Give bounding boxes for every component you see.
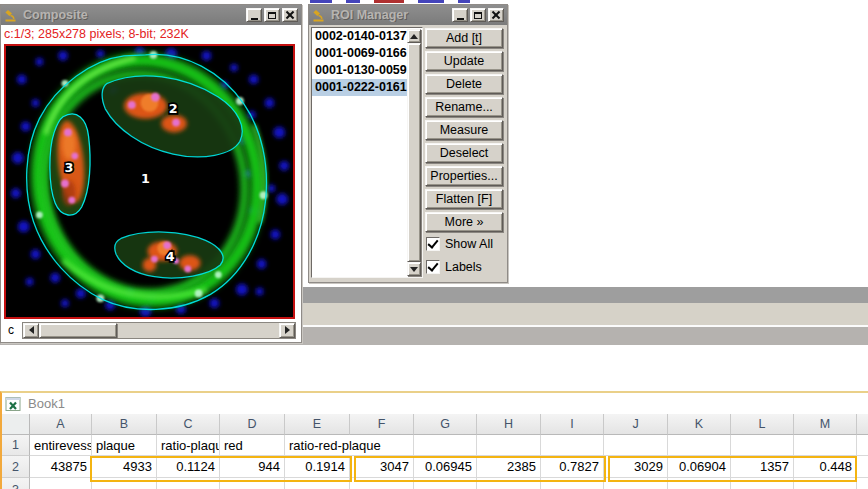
show-all-checkbox[interactable]: [426, 237, 440, 251]
more-button[interactable]: More »: [425, 212, 503, 232]
channel-label: c: [8, 323, 22, 337]
roi-list-scrollbar-thumb[interactable]: [407, 43, 421, 262]
add-button[interactable]: Add [t]: [425, 28, 503, 48]
update-button[interactable]: Update: [425, 51, 503, 71]
highlight-range-B2-E2: [90, 456, 352, 482]
delete-button[interactable]: Delete: [425, 74, 503, 94]
row-header[interactable]: 3: [2, 478, 30, 489]
cell-K1[interactable]: [668, 435, 731, 456]
cell-E1[interactable]: ratio-red-plaque: [285, 435, 350, 456]
flatten-button[interactable]: Flatten [F]: [425, 189, 503, 209]
column-header[interactable]: D: [220, 414, 285, 435]
background-band-dark: [302, 287, 868, 303]
column-header[interactable]: M: [794, 414, 857, 435]
roi-manager-titlebar[interactable]: ROI Manager: [309, 5, 507, 25]
close-button[interactable]: [282, 8, 298, 22]
cell-J1[interactable]: [604, 435, 668, 456]
minimize-button[interactable]: [246, 8, 262, 22]
column-header[interactable]: K: [668, 414, 731, 435]
column-header[interactable]: A: [30, 414, 92, 435]
clipped-window-text-fragment: [310, 0, 470, 3]
labels-label: Labels: [445, 260, 482, 274]
highlight-range-J2-M2: [608, 456, 857, 482]
row-header[interactable]: 1: [2, 435, 30, 456]
roi-list-item-selected[interactable]: 0001-0222-0161: [312, 79, 422, 96]
minimize-icon: [251, 18, 258, 20]
cell-partial: [857, 435, 868, 456]
cell-G1[interactable]: [414, 435, 477, 456]
scroll-right-button[interactable]: [279, 323, 295, 338]
maximize-button[interactable]: [264, 8, 280, 22]
column-header[interactable]: J: [604, 414, 668, 435]
arrow-right-icon: [285, 326, 290, 334]
column-header[interactable]: B: [92, 414, 157, 435]
cell-H1[interactable]: [477, 435, 541, 456]
fluorescence-image: 1 2 3 4: [6, 46, 293, 317]
cell-B1[interactable]: plaque: [92, 435, 157, 456]
excel-icon: [5, 396, 21, 412]
image-info-line: c:1/3; 285x278 pixels; 8-bit; 232K: [1, 25, 301, 44]
labels-checkbox-row[interactable]: Labels: [426, 260, 482, 274]
cell-I1[interactable]: [541, 435, 604, 456]
row-header[interactable]: 2: [2, 456, 30, 478]
roi-list: 0002-0140-0137 0001-0069-0166 0001-0130-…: [311, 27, 423, 278]
roi-label-4: 4: [166, 249, 175, 264]
deselect-button[interactable]: Deselect: [425, 143, 503, 163]
roi-label-1: 1: [141, 171, 150, 186]
arrow-up-icon: [410, 34, 418, 39]
arrow-down-icon: [410, 267, 418, 272]
spreadsheet-window: Book1 A B C D E F G H I J K L M 1 entire…: [0, 391, 868, 489]
column-header[interactable]: E: [285, 414, 350, 435]
column-header[interactable]: H: [477, 414, 541, 435]
cell-A3[interactable]: [30, 478, 92, 489]
show-all-label: Show All: [445, 237, 493, 251]
properties-button[interactable]: Properties...: [425, 166, 503, 186]
checkmark-icon: [427, 237, 438, 249]
microscope-icon: [4, 9, 17, 22]
scroll-down-button[interactable]: [407, 262, 421, 276]
scroll-left-button[interactable]: [23, 323, 39, 338]
arrow-left-icon: [29, 326, 34, 334]
cell-D1[interactable]: red: [220, 435, 285, 456]
roi-manager-window: ROI Manager 0002-0140-0137 0001-0069-016…: [308, 4, 508, 283]
roi-list-item[interactable]: 0001-0069-0166: [312, 45, 422, 62]
window-title: Composite: [23, 8, 246, 22]
window-title: ROI Manager: [331, 8, 452, 22]
cell-partial: [857, 478, 868, 489]
cell-A1[interactable]: entirevessel: [30, 435, 92, 456]
cell-L1[interactable]: [731, 435, 794, 456]
roi-list-scrollbar[interactable]: [407, 29, 421, 276]
maximize-button[interactable]: [470, 8, 486, 22]
roi-list-item[interactable]: 0001-0130-0059: [312, 62, 422, 79]
cell-C1[interactable]: ratio-plaque-vessel: [157, 435, 220, 456]
channel-scrollbar[interactable]: [22, 322, 296, 339]
column-header[interactable]: F: [350, 414, 414, 435]
roi-label-3: 3: [64, 160, 73, 175]
image-canvas[interactable]: 1 2 3 4: [4, 44, 295, 319]
channel-scrollbar-thumb[interactable]: [39, 323, 117, 338]
composite-titlebar[interactable]: Composite: [1, 5, 301, 25]
select-all-corner[interactable]: [2, 414, 30, 435]
scroll-up-button[interactable]: [407, 29, 421, 43]
composite-window: Composite c:1/3; 285x278 pixels; 8-bit; …: [0, 4, 302, 343]
labels-checkbox[interactable]: [426, 260, 440, 274]
maximize-icon: [474, 12, 482, 19]
close-icon: [285, 10, 295, 20]
minimize-button[interactable]: [452, 8, 468, 22]
maximize-icon: [268, 12, 276, 19]
rename-button[interactable]: Rename...: [425, 97, 503, 117]
cell-A2[interactable]: 43875: [30, 456, 92, 478]
close-button[interactable]: [488, 8, 504, 22]
column-header[interactable]: G: [414, 414, 477, 435]
column-header[interactable]: L: [731, 414, 794, 435]
roi-label-2: 2: [169, 101, 178, 116]
show-all-checkbox-row[interactable]: Show All: [426, 237, 493, 251]
roi-list-item[interactable]: 0002-0140-0137: [312, 28, 422, 45]
background-band-light: [302, 303, 868, 325]
measure-button[interactable]: Measure: [425, 120, 503, 140]
cell-M1[interactable]: [794, 435, 857, 456]
column-header[interactable]: I: [541, 414, 604, 435]
column-header[interactable]: C: [157, 414, 220, 435]
spreadsheet-titlebar[interactable]: Book1: [2, 393, 868, 414]
cell-partial: [857, 456, 868, 478]
